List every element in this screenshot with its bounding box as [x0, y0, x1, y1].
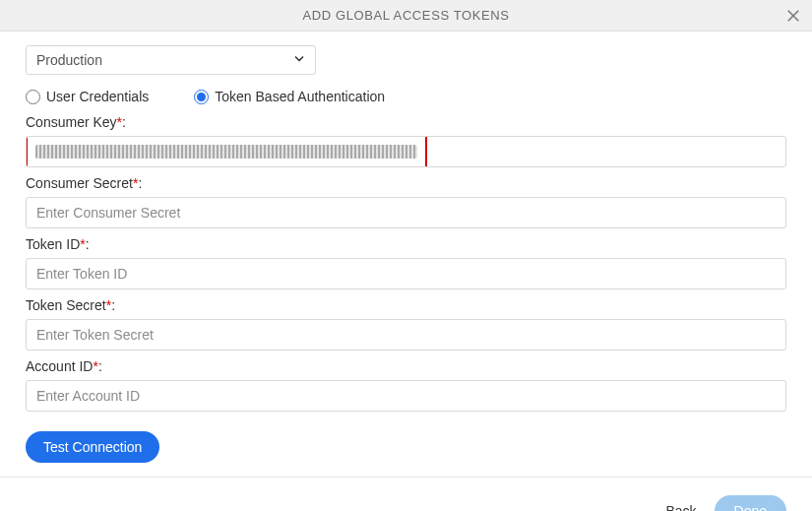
dialog-header: ADD GLOBAL ACCESS TOKENS: [0, 0, 812, 32]
auth-method-group: User Credentials Token Based Authenticat…: [26, 89, 786, 104]
account-id-label: Account ID*:: [26, 358, 786, 374]
consumer-key-label-text: Consumer Key: [26, 114, 117, 130]
label-colon: :: [122, 114, 126, 130]
token-secret-field: Token Secret*:: [26, 297, 786, 351]
token-based-radio[interactable]: Token Based Authentication: [194, 89, 385, 104]
token-based-radio-input[interactable]: [194, 90, 209, 104]
consumer-key-input[interactable]: [26, 136, 786, 167]
dialog-footer: Back Done: [0, 477, 812, 511]
token-secret-label: Token Secret*:: [26, 297, 786, 313]
label-colon: :: [98, 358, 102, 374]
close-icon[interactable]: [784, 7, 802, 25]
test-connection-button[interactable]: Test Connection: [26, 431, 159, 463]
chevron-down-icon: [291, 51, 307, 70]
dialog-title: ADD GLOBAL ACCESS TOKENS: [303, 8, 510, 23]
label-colon: :: [138, 175, 142, 191]
consumer-secret-field: Consumer Secret*:: [26, 175, 786, 228]
label-colon: :: [111, 297, 115, 313]
back-button[interactable]: Back: [665, 503, 696, 511]
environment-select[interactable]: Production: [26, 45, 316, 75]
consumer-secret-label-text: Consumer Secret: [26, 175, 133, 191]
label-colon: :: [86, 236, 90, 252]
token-id-label-text: Token ID: [26, 236, 80, 252]
consumer-key-highlight: [26, 136, 427, 167]
user-credentials-radio-input[interactable]: [26, 90, 40, 104]
consumer-secret-label: Consumer Secret*:: [26, 175, 786, 191]
token-secret-label-text: Token Secret: [26, 297, 106, 313]
account-id-field: Account ID*:: [26, 358, 786, 412]
consumer-secret-input[interactable]: [26, 197, 786, 228]
token-id-label: Token ID*:: [26, 236, 786, 252]
dialog-body: Production User Credentials Token Based …: [0, 32, 812, 463]
redacted-value: [35, 145, 417, 159]
token-based-label: Token Based Authentication: [215, 89, 385, 104]
account-id-input[interactable]: [26, 380, 786, 412]
environment-selected-value: Production: [36, 52, 102, 68]
consumer-key-label: Consumer Key*:: [26, 114, 786, 130]
user-credentials-radio[interactable]: User Credentials: [26, 89, 149, 104]
consumer-key-field: Consumer Key*:: [26, 114, 786, 167]
account-id-label-text: Account ID: [26, 358, 93, 374]
token-id-field: Token ID*:: [26, 236, 786, 289]
token-id-input[interactable]: [26, 258, 786, 289]
user-credentials-label: User Credentials: [46, 89, 149, 104]
token-secret-input[interactable]: [26, 319, 786, 351]
done-button[interactable]: Done: [715, 495, 786, 511]
